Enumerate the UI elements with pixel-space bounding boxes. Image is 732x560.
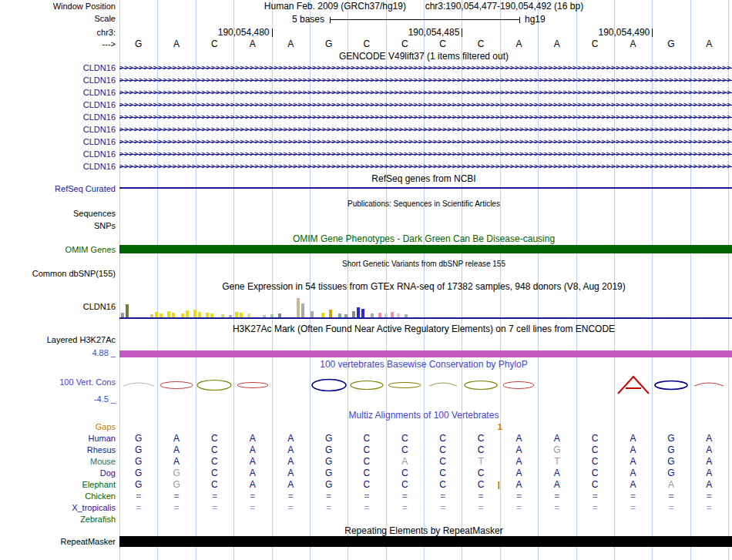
aligned-base: C <box>386 479 424 491</box>
multiz-species-label[interactable]: Human <box>0 434 116 444</box>
aligned-base: = <box>576 502 614 514</box>
aligned-base: = <box>233 491 271 502</box>
aligned-base: A <box>233 433 271 444</box>
multiz-species-label[interactable]: Zebrafish <box>0 515 116 525</box>
aligned-base: A <box>652 479 690 491</box>
multiz-species-label[interactable]: Chicken <box>0 491 116 501</box>
aligned-base: G <box>157 479 195 491</box>
aligned-base: = <box>386 502 424 514</box>
aligned-base: = <box>196 502 233 514</box>
multiz-row[interactable]: GACAAGCCCCAGCAGA <box>119 444 732 456</box>
aligned-base: C <box>196 468 233 479</box>
aligned-base: = <box>157 502 195 514</box>
aligned-base: = <box>272 491 310 502</box>
aligned-base: C <box>348 444 385 456</box>
aligned-base: A <box>690 456 728 468</box>
multiz-row[interactable]: GACAAGCCCCAACAGA <box>119 433 732 444</box>
aligned-base: C <box>386 444 424 456</box>
aligned-base: = <box>462 491 499 502</box>
aligned-base: C <box>196 433 233 444</box>
aligned-base: = <box>614 491 652 502</box>
aligned-base: = <box>348 502 385 514</box>
multiz-species-label[interactable]: Elephant <box>0 480 116 490</box>
aligned-base: A <box>690 433 728 444</box>
aligned-base: A <box>500 468 538 479</box>
aligned-base: A <box>614 444 652 456</box>
aligned-base: = <box>538 491 576 502</box>
aligned-base: A <box>500 444 538 456</box>
aligned-base: = <box>424 502 462 514</box>
aligned-base: = <box>157 491 195 502</box>
aligned-base: = <box>500 491 538 502</box>
aligned-base: A <box>233 468 271 479</box>
aligned-base: A <box>690 479 728 491</box>
aligned-base: = <box>538 502 576 514</box>
multiz-row[interactable]: GGCAAGCCCCAACAGA <box>119 468 732 479</box>
aligned-base: G <box>652 456 690 468</box>
aligned-base: G <box>310 433 348 444</box>
multiz-row[interactable]: ================ <box>119 502 732 514</box>
aligned-base: = <box>462 502 499 514</box>
aligned-base: A <box>538 433 576 444</box>
aligned-base: G <box>310 456 348 468</box>
aligned-base: = <box>119 491 157 502</box>
multiz-row[interactable]: ================ <box>119 491 732 502</box>
aligned-base: A <box>500 456 538 468</box>
aligned-base: C <box>348 468 385 479</box>
aligned-base: A <box>233 444 271 456</box>
repeatmasker-label[interactable]: RepeatMasker <box>0 537 116 547</box>
multiz-row[interactable] <box>119 514 732 525</box>
aligned-base: A <box>690 444 728 456</box>
aligned-base: A <box>614 468 652 479</box>
aligned-base: A <box>500 433 538 444</box>
aligned-base: = <box>652 491 690 502</box>
aligned-base: C <box>576 433 614 444</box>
aligned-base: G <box>157 468 195 479</box>
aligned-base: C <box>462 433 499 444</box>
aligned-base: G <box>652 433 690 444</box>
aligned-base: = <box>272 502 310 514</box>
insertion-marker: | <box>498 479 500 491</box>
repeatmasker-track-title[interactable]: Repeating Elements by RepeatMasker <box>119 526 728 536</box>
aligned-base: C <box>424 456 462 468</box>
multiz-species-label[interactable]: Mouse <box>0 457 116 467</box>
aligned-base: G <box>310 468 348 479</box>
aligned-base: A <box>690 468 728 479</box>
genome-browser: Window Position Human Feb. 2009 (GRCh37/… <box>0 0 732 560</box>
aligned-base: A <box>538 479 576 491</box>
aligned-base: = <box>386 491 424 502</box>
multiz-row[interactable]: GACAAGCACTATCAGA <box>119 456 732 468</box>
aligned-base: A <box>614 433 652 444</box>
multiz-alignment: Gaps1HumanGACAAGCCCCAACAGARhesusGACAAGCC… <box>0 0 732 560</box>
aligned-base: = <box>233 502 271 514</box>
aligned-base: G <box>310 479 348 491</box>
multiz-species-label[interactable]: Rhesus <box>0 445 116 455</box>
aligned-base: = <box>310 491 348 502</box>
aligned-base: G <box>652 468 690 479</box>
aligned-base: = <box>424 491 462 502</box>
multiz-row[interactable]: 1 <box>119 421 732 433</box>
aligned-base: A <box>614 456 652 468</box>
aligned-base: C <box>424 479 462 491</box>
aligned-base: C <box>424 433 462 444</box>
aligned-base: T <box>462 456 499 468</box>
multiz-species-label[interactable]: Gaps <box>0 422 116 432</box>
aligned-base: G <box>652 444 690 456</box>
multiz-species-label[interactable]: X_tropicalis <box>0 503 116 513</box>
aligned-base: A <box>614 479 652 491</box>
aligned-base: = <box>614 502 652 514</box>
aligned-base: A <box>272 456 310 468</box>
aligned-base: = <box>690 491 728 502</box>
aligned-base: A <box>272 468 310 479</box>
aligned-base: A <box>272 479 310 491</box>
repeatmasker-item[interactable] <box>119 536 732 547</box>
multiz-row[interactable]: GGCAAGCCCCAACAAA| <box>119 479 732 491</box>
aligned-base: T <box>538 456 576 468</box>
aligned-base: = <box>119 502 157 514</box>
aligned-base: = <box>348 491 385 502</box>
multiz-species-label[interactable]: Dog <box>0 468 116 478</box>
aligned-base: C <box>576 456 614 468</box>
aligned-base: = <box>310 502 348 514</box>
aligned-base: C <box>196 456 233 468</box>
aligned-base: C <box>386 468 424 479</box>
